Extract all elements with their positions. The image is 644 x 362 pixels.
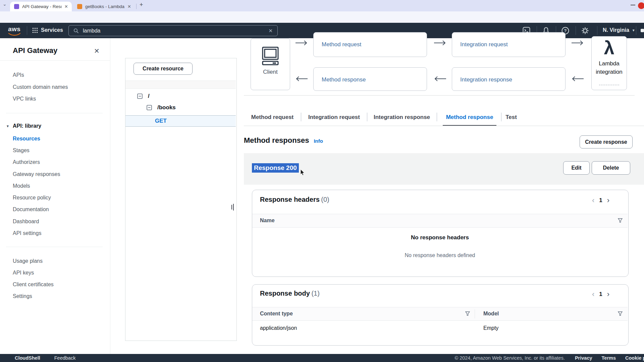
sidebar: API Gateway ✕ APIs Custom domain names V…	[0, 38, 110, 354]
footer-feedback-link[interactable]: Feedback	[54, 355, 76, 361]
sidebar-item-resource-policy[interactable]: Resource policy	[13, 194, 51, 202]
footer-cloudshell-link[interactable]: CloudShell	[15, 355, 40, 361]
delete-button[interactable]: Delete	[592, 161, 630, 175]
search-input-value[interactable]: lambda	[83, 28, 100, 34]
arrow-right-icon	[295, 40, 308, 46]
tab-separator	[501, 113, 501, 121]
cell-model: Empty	[483, 325, 498, 331]
sidebar-title: API Gateway	[13, 46, 57, 55]
sidebar-item-settings[interactable]: Settings	[13, 292, 32, 300]
page-prev-icon[interactable]: ‹	[592, 290, 594, 299]
integration-request-link[interactable]: Integration request	[460, 41, 508, 48]
column-content-type: Content type	[260, 311, 293, 317]
chevron-down-icon: ▼	[632, 28, 635, 32]
section-header: Method responses Info	[244, 136, 323, 145]
aws-logo[interactable]: aws	[8, 25, 21, 36]
tree-node-root[interactable]: /	[137, 93, 150, 100]
footer-cookie-preferences-link[interactable]: Cookie preferences	[625, 355, 644, 361]
collapse-minus-icon[interactable]	[137, 94, 143, 99]
page-next-icon[interactable]: ›	[607, 196, 609, 205]
empty-state-subtitle: No response headers defined	[252, 252, 628, 258]
tab-integration-response[interactable]: Integration response	[372, 110, 432, 125]
table-header-row: Name	[252, 214, 628, 227]
integration-response-link[interactable]: Integration response	[460, 76, 512, 83]
browser-tab-lambda[interactable]: getBooks - Lambda ✕	[73, 2, 134, 11]
divider	[252, 227, 628, 228]
tree-node-books[interactable]: /books	[147, 104, 176, 111]
tab-search-chevron-icon[interactable]: ⌄	[3, 1, 7, 7]
method-request-box: Method request	[313, 32, 427, 57]
sidebar-item-authorizers[interactable]: Authorizers	[13, 158, 40, 166]
tab-close-icon[interactable]: ✕	[127, 4, 131, 9]
sidebar-item-apis[interactable]: APIs	[13, 71, 24, 79]
header-divider	[597, 26, 597, 35]
sidebar-section-api-library[interactable]: ▼ API: library	[6, 123, 41, 129]
new-tab-button[interactable]: +	[140, 1, 143, 8]
edit-button[interactable]: Edit	[563, 161, 590, 175]
sidebar-item-vpc-links[interactable]: VPC links	[13, 95, 36, 103]
response-200-title[interactable]: Response 200	[252, 163, 299, 173]
page-number[interactable]: 1	[599, 291, 602, 298]
sidebar-item-api-settings[interactable]: API settings	[13, 229, 41, 237]
tab-method-response[interactable]: Method response	[443, 110, 496, 126]
method-response-box: Method response	[313, 67, 427, 91]
collapse-minus-icon[interactable]	[147, 105, 152, 110]
tree-method-get[interactable]: GET	[125, 115, 236, 127]
api-gateway-favicon	[14, 4, 19, 9]
create-resource-button[interactable]: Create resource	[133, 63, 193, 75]
page-number[interactable]: 1	[599, 197, 602, 204]
tab-test[interactable]: Test	[502, 110, 520, 125]
aws-search-box[interactable]: lambda ✕	[68, 25, 278, 36]
filter-funnel-icon[interactable]	[618, 311, 623, 316]
tab-method-request[interactable]: Method request	[249, 110, 296, 125]
services-menu[interactable]: Services	[32, 27, 63, 33]
delete-label: Delete	[603, 165, 619, 171]
sidebar-item-gateway-responses[interactable]: Gateway responses	[13, 170, 60, 178]
sidebar-item-custom-domain-names[interactable]: Custom domain names	[13, 83, 68, 91]
footer-privacy-link[interactable]: Privacy	[575, 355, 592, 361]
method-response-link[interactable]: Method response	[322, 76, 366, 83]
footer-terms-link[interactable]: Terms	[602, 355, 616, 361]
diagram-bottom-border	[244, 95, 635, 96]
lambda-integration-label[interactable]: Lambda integration	[595, 59, 623, 76]
client-box: Client	[251, 38, 290, 90]
sidebar-item-documentation[interactable]: Documentation	[13, 205, 49, 214]
sidebar-item-api-keys[interactable]: API keys	[13, 269, 34, 277]
method-request-link[interactable]: Method request	[322, 41, 361, 48]
resources-tree-panel: Create resource / /books GET	[125, 58, 237, 341]
tree-header-band	[125, 80, 236, 89]
card-title: Response headers (0)	[260, 196, 329, 203]
tab-title: getBooks - Lambda	[85, 4, 125, 9]
sidebar-item-resources[interactable]: Resources	[13, 135, 40, 143]
info-link[interactable]: Info	[314, 138, 323, 144]
card-counter: (1)	[311, 290, 319, 297]
browser-tab-apigateway[interactable]: API Gateway - Resources ✕	[10, 2, 72, 11]
sidebar-item-usage-plans[interactable]: Usage plans	[13, 257, 43, 265]
settings-gear-icon[interactable]	[581, 27, 589, 35]
window-minimize-icon[interactable]	[631, 5, 635, 5]
tab-close-icon[interactable]: ✕	[64, 4, 68, 9]
screen: ⌄ API Gateway - Resources ✕ getBooks - L…	[0, 0, 644, 362]
column-name: Name	[260, 218, 275, 224]
search-clear-icon[interactable]: ✕	[268, 28, 273, 34]
sidebar-item-models[interactable]: Models	[13, 182, 30, 190]
filter-funnel-icon[interactable]	[618, 218, 623, 223]
header-divider	[636, 26, 636, 35]
client-computer-icon	[260, 47, 280, 66]
sidebar-close-icon[interactable]: ✕	[94, 47, 100, 55]
create-response-button[interactable]: Create response	[580, 135, 633, 148]
panel-resize-handle[interactable]	[231, 203, 234, 211]
sidebar-item-stages[interactable]: Stages	[13, 146, 30, 155]
tab-separator	[367, 113, 367, 121]
card-title-text: Response headers	[260, 196, 320, 203]
arrow-left-icon	[571, 76, 584, 82]
page-prev-icon[interactable]: ‹	[592, 196, 594, 205]
region-selector[interactable]: N. Virginia ▼	[603, 27, 635, 33]
account-menu-partial[interactable]	[641, 29, 644, 32]
tab-integration-request[interactable]: Integration request	[306, 110, 362, 125]
sidebar-item-client-certificates[interactable]: Client certificates	[13, 281, 54, 289]
sidebar-item-dashboard[interactable]: Dashboard	[13, 218, 39, 226]
filter-funnel-icon[interactable]	[465, 311, 470, 316]
page-next-icon[interactable]: ›	[607, 290, 609, 299]
tab-separator	[437, 113, 437, 121]
